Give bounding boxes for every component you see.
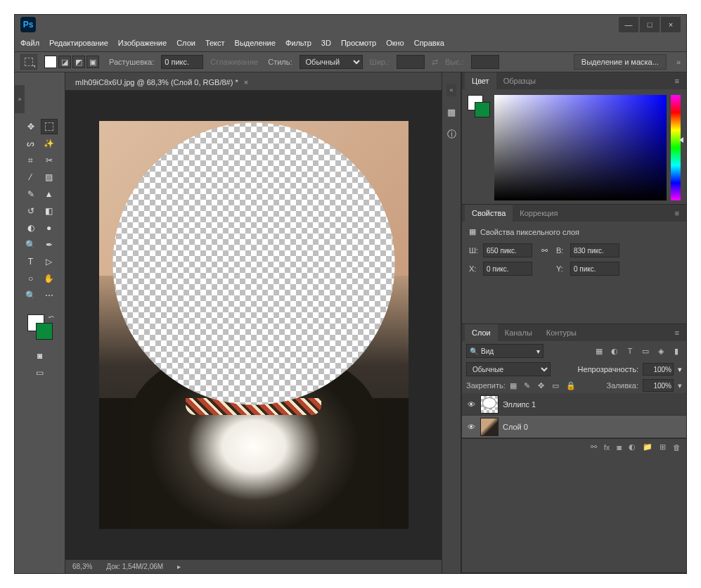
- brush-tool[interactable]: ✎: [22, 186, 39, 202]
- swap-colors-icon[interactable]: ⤺: [49, 313, 54, 321]
- menu-image[interactable]: Изображение: [118, 39, 167, 47]
- style-select[interactable]: Обычный: [300, 55, 363, 69]
- feather-input[interactable]: [161, 55, 203, 69]
- filter-shape-icon[interactable]: ▭: [640, 347, 651, 356]
- filter-toggle[interactable]: ▮: [671, 347, 682, 356]
- crop-tool[interactable]: ⌗: [22, 153, 39, 168]
- tab-channels[interactable]: Каналы: [498, 324, 539, 341]
- color-field[interactable]: [494, 95, 667, 200]
- lasso-tool[interactable]: ᔕ: [22, 136, 39, 151]
- hand-tool[interactable]: ✋: [41, 271, 58, 286]
- lock-position-icon[interactable]: ✥: [538, 381, 548, 390]
- tab-paths[interactable]: Контуры: [539, 324, 584, 341]
- layer-thumbnail[interactable]: [480, 395, 499, 414]
- opacity-input[interactable]: [643, 363, 674, 376]
- delete-layer-icon[interactable]: 🗑: [673, 443, 681, 452]
- menu-type[interactable]: Текст: [205, 39, 225, 47]
- type-tool[interactable]: T: [22, 254, 39, 269]
- layer-name[interactable]: Слой 0: [503, 423, 528, 431]
- status-arrow-icon[interactable]: ▸: [177, 563, 181, 570]
- maximize-button[interactable]: □: [640, 17, 660, 32]
- new-layer-icon[interactable]: ⊞: [660, 442, 666, 452]
- pen-tool[interactable]: ✒: [41, 237, 58, 253]
- info-panel-icon[interactable]: ⓘ: [444, 127, 458, 141]
- tab-swatches[interactable]: Образцы: [496, 72, 543, 89]
- menu-edit[interactable]: Редактирование: [49, 39, 108, 47]
- close-button[interactable]: ×: [661, 17, 681, 32]
- menu-file[interactable]: Файл: [20, 39, 39, 47]
- layer-name[interactable]: Эллипс 1: [503, 400, 536, 409]
- canvas-viewport[interactable]: [65, 91, 442, 559]
- layers-panel-menu[interactable]: ≡: [671, 328, 683, 337]
- layer-mask-icon[interactable]: ◙: [617, 443, 622, 452]
- prop-x-input[interactable]: [483, 262, 532, 276]
- minimize-button[interactable]: —: [619, 17, 638, 32]
- document-tab[interactable]: mIh09iC8x6U.jpg @ 68,3% (Слой 0, RGB/8#)…: [68, 75, 255, 90]
- adjustment-layer-icon[interactable]: ◐: [629, 442, 636, 452]
- hue-marker[interactable]: [679, 137, 683, 143]
- link-layers-icon[interactable]: ⚯: [591, 442, 597, 452]
- move-tool[interactable]: ✥: [22, 119, 39, 134]
- tab-layers[interactable]: Слои: [465, 324, 498, 341]
- filter-pixel-icon[interactable]: ▦: [593, 347, 605, 356]
- layer-style-icon[interactable]: fx: [604, 443, 610, 452]
- stamp-tool[interactable]: ▲: [41, 186, 58, 202]
- document-tab-close[interactable]: ×: [244, 78, 248, 87]
- fill-input[interactable]: [643, 379, 674, 392]
- color-swatch-pair[interactable]: [468, 95, 490, 117]
- history-panel-icon[interactable]: ▦: [444, 105, 458, 119]
- quickmask-toggle[interactable]: ◙: [32, 348, 49, 364]
- lock-all-icon[interactable]: 🔒: [566, 381, 576, 390]
- fill-dropdown-icon[interactable]: ▾: [678, 381, 682, 390]
- opacity-dropdown-icon[interactable]: ▾: [678, 365, 682, 374]
- panel-bg-color[interactable]: [475, 102, 490, 117]
- hue-slider[interactable]: [671, 95, 681, 200]
- background-color[interactable]: [36, 323, 53, 340]
- menu-select[interactable]: Выделение: [235, 39, 276, 47]
- blur-tool[interactable]: ●: [41, 220, 58, 236]
- gradient-tool[interactable]: ◐: [22, 220, 39, 236]
- lock-transparency-icon[interactable]: ▦: [510, 381, 520, 390]
- filter-smart-icon[interactable]: ◈: [655, 347, 667, 356]
- subtract-selection-icon[interactable]: ◩: [72, 56, 85, 68]
- layer-row[interactable]: 👁 Слой 0: [462, 416, 686, 438]
- visibility-toggle[interactable]: 👁: [466, 423, 476, 431]
- intersect-selection-icon[interactable]: ▣: [86, 56, 99, 68]
- group-icon[interactable]: 📁: [643, 442, 652, 452]
- zoom-tool[interactable]: 🔍: [22, 288, 39, 303]
- lock-artboard-icon[interactable]: ▭: [552, 381, 562, 390]
- prop-w-input[interactable]: [483, 243, 532, 257]
- tool-preset-picker[interactable]: [20, 54, 37, 70]
- menu-layers[interactable]: Слои: [176, 39, 195, 47]
- new-selection-icon[interactable]: [44, 56, 57, 68]
- layer-filter-select[interactable]: 🔍Вид▾: [466, 344, 544, 358]
- prop-h-input[interactable]: [570, 243, 619, 257]
- path-select-tool[interactable]: ▷: [41, 254, 58, 269]
- tab-color[interactable]: Цвет: [465, 72, 496, 89]
- link-wh-icon[interactable]: ⚯: [536, 244, 552, 257]
- slice-tool[interactable]: ✂: [41, 153, 58, 168]
- menu-view[interactable]: Просмотр: [341, 39, 376, 47]
- lock-pixels-icon[interactable]: ✎: [524, 381, 534, 390]
- menu-window[interactable]: Окно: [386, 39, 404, 47]
- properties-panel-menu[interactable]: ≡: [671, 209, 683, 217]
- filter-adjust-icon[interactable]: ◐: [609, 347, 620, 356]
- filter-type-icon[interactable]: T: [624, 347, 636, 356]
- add-selection-icon[interactable]: ◪: [58, 56, 71, 68]
- visibility-toggle[interactable]: 👁: [466, 400, 476, 409]
- dock-expand[interactable]: «: [446, 84, 456, 96]
- menu-3d[interactable]: 3D: [321, 39, 331, 47]
- dodge-tool[interactable]: 🔍: [22, 237, 39, 253]
- menu-help[interactable]: Справка: [414, 39, 444, 47]
- history-brush-tool[interactable]: ↺: [22, 203, 39, 219]
- prop-y-input[interactable]: [570, 262, 619, 276]
- healing-tool[interactable]: ▨: [41, 170, 58, 185]
- layer-thumbnail[interactable]: [480, 418, 499, 436]
- edit-toolbar[interactable]: ⋯: [41, 288, 58, 303]
- color-panel-menu[interactable]: ≡: [671, 77, 683, 85]
- tab-properties[interactable]: Свойства: [465, 205, 513, 222]
- menu-filter[interactable]: Фильтр: [285, 39, 311, 47]
- magic-wand-tool[interactable]: ✨: [41, 136, 58, 151]
- eyedropper-tool[interactable]: ⁄: [22, 170, 39, 185]
- eraser-tool[interactable]: ◧: [41, 203, 58, 219]
